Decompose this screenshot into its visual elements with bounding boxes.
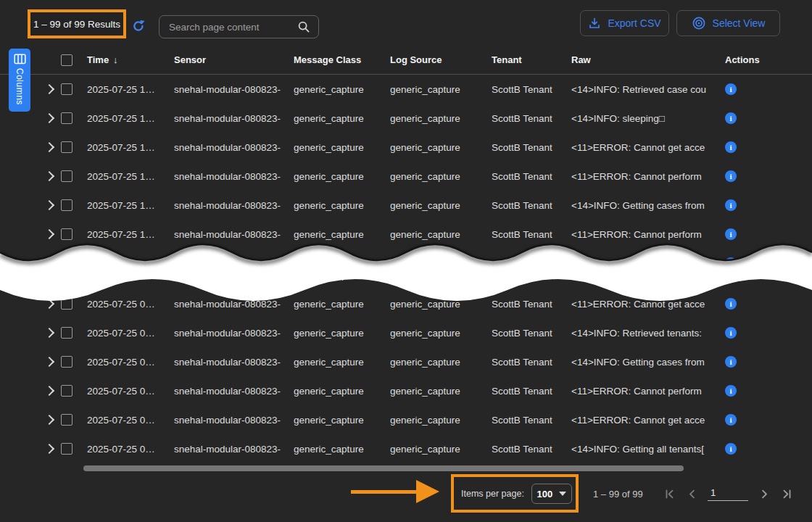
cell-tenant: ScottB Tenant <box>492 444 571 455</box>
cell-time: 2025-07-25 0… <box>87 299 174 310</box>
cell-time: 2025-07-25 0… <box>87 444 174 455</box>
search-input[interactable] <box>160 22 294 33</box>
refresh-icon <box>131 19 146 33</box>
columns-panel-tab[interactable]: Columns <box>9 49 30 112</box>
cell-log-source: generic_capture <box>390 299 492 310</box>
info-icon[interactable]: i <box>725 385 737 397</box>
cell-tenant: ScottB Tenant <box>492 200 571 211</box>
table-row: 2025-07-25 1… snehal-modular-080823- gen… <box>0 220 812 249</box>
cell-raw: <11>ERROR: Cannot get acce <box>571 299 725 310</box>
info-icon[interactable]: i <box>725 414 737 426</box>
row-checkbox[interactable] <box>61 414 72 426</box>
row-checkbox[interactable] <box>61 228 72 240</box>
cell-log-source: generic_capture <box>390 113 492 124</box>
info-icon[interactable]: i <box>725 83 737 95</box>
expand-row-chevron-icon[interactable] <box>44 415 54 425</box>
table-row: 2025-07-25 1… snehal-modular-080823- gen… <box>0 191 812 220</box>
row-checkbox[interactable] <box>61 170 72 182</box>
select-all-checkbox[interactable] <box>61 54 72 66</box>
row-checkbox[interactable] <box>61 141 72 153</box>
cell-sensor: snehal-modular-080823- <box>174 113 294 124</box>
info-icon[interactable]: i <box>725 170 737 182</box>
expand-row-chevron-icon[interactable] <box>44 113 54 123</box>
cell-log-source: generic_capture <box>390 84 492 95</box>
cell-log-source: generic_capture <box>390 415 492 426</box>
search-box <box>159 15 319 38</box>
rows-group-bottom: 2025-07-25 0… snehal-modular-080823- gen… <box>0 260 812 463</box>
cell-tenant: ScottB Tenant <box>492 142 571 153</box>
cell-sensor: snehal-modular-080823- <box>174 142 294 153</box>
row-checkbox[interactable] <box>61 199 72 211</box>
cell-sensor: snehal-modular-080823- <box>174 171 294 182</box>
search-icon[interactable] <box>297 20 310 33</box>
cell-message-class: generic_capture <box>294 270 390 281</box>
expand-row-chevron-icon[interactable] <box>44 444 54 454</box>
items-per-page-select[interactable]: 100 <box>531 484 572 504</box>
cell-raw: <11>ERROR: Cannot perform <box>571 171 725 182</box>
first-page-button[interactable] <box>663 488 676 501</box>
table-section-bottom: 2025-07-25 0… snehal-modular-080823- gen… <box>0 260 812 463</box>
last-page-button[interactable] <box>780 488 793 501</box>
results-count-annotation-box: 1 – 99 of 99 Results <box>28 9 126 38</box>
info-icon[interactable]: i <box>725 443 737 455</box>
column-header-time[interactable]: Time ↓ <box>87 54 174 65</box>
sort-descending-icon: ↓ <box>113 54 118 65</box>
row-checkbox[interactable] <box>61 298 72 310</box>
cell-log-source: generic_capture <box>390 357 492 368</box>
select-view-label: Select View <box>713 17 766 29</box>
column-header-actions: Actions <box>725 54 812 65</box>
column-header-log-source: Log Source <box>390 54 492 65</box>
select-view-button[interactable]: Select View <box>676 10 780 36</box>
row-checkbox[interactable] <box>61 327 72 339</box>
cell-tenant: ScottB Tenant <box>492 270 571 281</box>
cell-log-source: generic_capture <box>390 328 492 339</box>
cell-time: 2025-07-25 0… <box>87 328 174 339</box>
expand-row-chevron-icon[interactable] <box>44 386 54 396</box>
column-header-message-class: Message Class <box>294 54 390 65</box>
info-icon[interactable]: i <box>725 298 737 310</box>
page-number-input[interactable] <box>708 487 748 501</box>
row-checkbox[interactable] <box>61 83 72 95</box>
expand-row-chevron-icon[interactable] <box>44 142 54 152</box>
expand-row-chevron-icon[interactable] <box>44 357 54 367</box>
info-icon[interactable]: i <box>725 269 737 281</box>
cell-tenant: ScottB Tenant <box>492 299 571 310</box>
column-header-sensor: Sensor <box>174 54 294 65</box>
expand-row-chevron-icon[interactable] <box>44 200 54 210</box>
info-icon[interactable]: i <box>725 112 737 124</box>
expand-row-chevron-icon[interactable] <box>44 84 54 94</box>
horizontal-scrollbar[interactable] <box>83 465 684 471</box>
cell-sensor: snehal-modular-080823- <box>174 299 294 310</box>
info-icon[interactable]: i <box>725 141 737 153</box>
row-checkbox[interactable] <box>61 443 72 455</box>
cell-raw: <11>ERROR: Cannot get acce <box>571 415 725 426</box>
cell-log-source: generic_capture <box>390 142 492 153</box>
expand-row-chevron-icon[interactable] <box>44 229 54 239</box>
cell-message-class: generic_capture <box>294 328 390 339</box>
info-icon[interactable]: i <box>725 228 737 240</box>
column-header-raw: Raw <box>571 54 725 65</box>
cell-sensor: snehal-modular-080823- <box>174 84 294 95</box>
expand-row-chevron-icon[interactable] <box>44 299 54 309</box>
expand-row-chevron-icon[interactable] <box>44 171 54 181</box>
cell-time: 2025-07-25 1… <box>87 171 174 182</box>
next-page-button[interactable] <box>758 488 771 501</box>
row-checkbox[interactable] <box>61 269 72 281</box>
cell-log-source: generic_capture <box>390 444 492 455</box>
cell-message-class: generic_capture <box>294 444 390 455</box>
refresh-button[interactable] <box>131 19 146 33</box>
info-icon[interactable]: i <box>725 356 737 368</box>
expand-row-chevron-icon[interactable] <box>44 270 54 280</box>
expand-row-chevron-icon[interactable] <box>44 328 54 338</box>
info-icon[interactable]: i <box>725 327 737 339</box>
row-checkbox[interactable] <box>61 356 72 368</box>
items-per-page-value: 100 <box>537 489 553 500</box>
cell-time: 2025-07-25 1… <box>87 142 174 153</box>
info-icon[interactable]: i <box>725 199 737 211</box>
previous-page-button[interactable] <box>685 488 698 501</box>
cell-message-class: generic_capture <box>294 229 390 240</box>
row-checkbox[interactable] <box>61 112 72 124</box>
export-csv-button[interactable]: Export CSV <box>580 10 669 36</box>
row-checkbox[interactable] <box>61 385 72 397</box>
cell-message-class: generic_capture <box>294 386 390 397</box>
